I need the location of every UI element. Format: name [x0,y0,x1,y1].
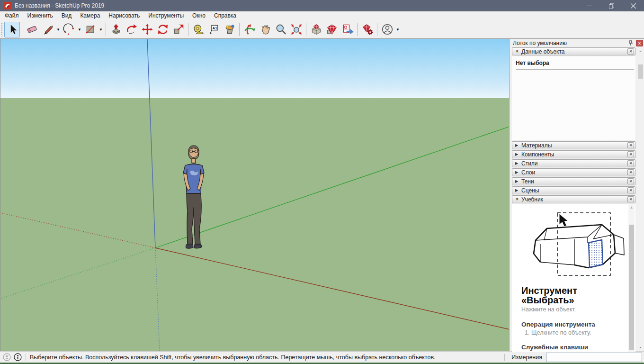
scrollbar-up-button[interactable]: ▲ [628,204,635,210]
tool-move-button[interactable] [139,22,155,37]
tool-paint-bucket-button[interactable] [222,22,237,37]
tray-section-shadows[interactable]: ▶ Тени ✕ [512,177,635,185]
tool-select-button[interactable] [4,22,20,37]
menu-item-edit[interactable]: Изменить [23,11,57,20]
instructor-operation-title: Операция инструмента [521,321,621,328]
tool-orbit-button[interactable] [242,22,257,37]
menu-item-draw[interactable]: Нарисовать [104,11,144,20]
scrollbar-up-button[interactable]: ⌃ [637,49,644,56]
tool-follow-me-button[interactable] [124,22,139,37]
tool-send-to-layout-button[interactable] [340,22,355,37]
no-selection-label: Нет выбора [512,56,635,69]
menu-item-tools[interactable]: Инструменты [144,11,188,20]
tool-rotate-button[interactable] [155,22,170,37]
section-close-button[interactable]: ✕ [627,151,634,157]
menu-item-file[interactable]: Файл [0,11,23,20]
instructor-illustration [518,209,631,285]
triangle-down-icon: ▼ [515,49,521,54]
rotate-icon [157,23,169,36]
scrollbar-thumb[interactable] [638,64,643,79]
section-close-button[interactable]: ✕ [627,160,634,166]
triangle-right-icon: ▶ [515,152,521,156]
divider [26,354,26,361]
tray-scrollbar[interactable]: ⌃ ⌄ [637,47,644,351]
tool-push-pull-button[interactable] [108,22,124,37]
tool-zoom-extents-button[interactable] [288,22,304,37]
pin-icon [628,40,633,46]
tool-scale-button[interactable] [170,22,186,37]
viewport-canvas[interactable] [0,39,509,351]
menu-item-help[interactable]: Справка [210,11,241,20]
close-button[interactable] [622,0,644,11]
tool-tape-measure-button[interactable] [190,22,206,37]
toolbar-separator [188,23,188,36]
extension-warehouse-icon [361,23,374,36]
warehouse-box-icon [310,23,322,36]
toolbar-separator [22,23,22,36]
toolbar-separator [239,23,240,36]
toolbar-grip[interactable] [1,22,3,36]
minimize-button[interactable] [579,0,600,11]
default-tray: Лоток по умолчанию x ▼ Данные объекта ✕ [509,39,644,351]
tray-section-scenes[interactable]: ▶ Сцены ✕ [512,186,635,194]
section-close-button[interactable]: ✕ [627,187,634,193]
section-close-button[interactable]: ✕ [627,142,634,148]
tape-measure-icon [192,23,205,36]
tray-section-materials[interactable]: ▶ Материалы ✕ [512,141,635,149]
tool-extension-warehouse-button[interactable] [359,22,375,37]
account-button[interactable] [379,22,395,37]
divider [516,69,634,70]
tool-pan-button[interactable] [257,22,273,37]
push-pull-icon [110,23,122,36]
menu-item-window[interactable]: Окно [188,11,210,20]
tool-zoom-button[interactable] [273,22,288,37]
scrollbar-down-button[interactable]: ⌄ [637,343,644,350]
entity-info-panel: Нет выбора [512,56,635,140]
arc-tool-dropdown[interactable]: ▼ [77,27,82,32]
section-close-button[interactable]: ✕ [627,48,634,55]
instructor-modifier-title: Служебные клавиши [521,344,621,351]
tool-rectangle-button[interactable] [82,22,98,37]
pencil-icon [42,23,54,36]
toolbar-separator [106,23,106,36]
tool-line-button[interactable] [40,22,55,37]
toolbar-separator [377,23,377,36]
tray-section-layers[interactable]: ▶ Слои ✕ [512,168,635,176]
section-close-button[interactable]: ✕ [627,169,634,175]
credits-status-icon[interactable] [14,353,22,361]
tool-arc-button[interactable] [61,22,77,37]
toolbar: ▼ ▼ ▼ [0,20,644,39]
instructor-operation-step: 1. Щелкните по объекту. [521,329,621,336]
account-dropdown[interactable]: ▼ [395,27,401,32]
instructor-scrollbar[interactable]: ▲ [628,204,635,352]
tool-3d-warehouse-button[interactable] [308,22,324,37]
triangle-right-icon: ▶ [515,143,521,147]
tool-eraser-button[interactable] [24,22,40,37]
tray-section-instructor[interactable]: ▼ Учебник ✕ [512,195,635,203]
menu-item-view[interactable]: Вид [57,11,76,20]
geolocation-status-icon[interactable] [3,353,11,361]
toolbar-separator [357,23,358,36]
status-message: Выберите объекты. Воспользуйтесь клавише… [30,354,501,361]
measurements-input[interactable] [546,353,642,362]
tray-section-styles[interactable]: ▶ Стили ✕ [512,159,635,167]
menu-item-camera[interactable]: Камера [76,11,104,20]
rectangle-tool-dropdown[interactable]: ▼ [98,27,104,32]
tray-close-button[interactable]: x [636,40,643,46]
statusbar: Выберите объекты. Воспользуйтесь клавише… [0,351,644,363]
tool-share-model-button[interactable] [324,22,340,37]
rectangle-icon [84,23,97,36]
tray-section-components[interactable]: ▶ Компоненты ✕ [512,150,635,158]
cursor-icon [559,214,568,227]
paint-bucket-icon [224,23,236,36]
tray-section-entity-info[interactable]: ▼ Данные объекта ✕ [512,47,635,55]
account-person-icon [381,23,394,36]
scrollbar-thumb[interactable] [629,225,634,350]
section-close-button[interactable]: ✕ [627,178,634,184]
line-tool-dropdown[interactable]: ▼ [55,27,61,32]
tool-text-button[interactable]: A1 [206,22,222,37]
section-close-button[interactable]: ✕ [627,196,634,202]
sketchup-logo-icon [4,2,11,9]
restore-button[interactable] [600,0,622,11]
pin-button[interactable] [627,40,635,47]
